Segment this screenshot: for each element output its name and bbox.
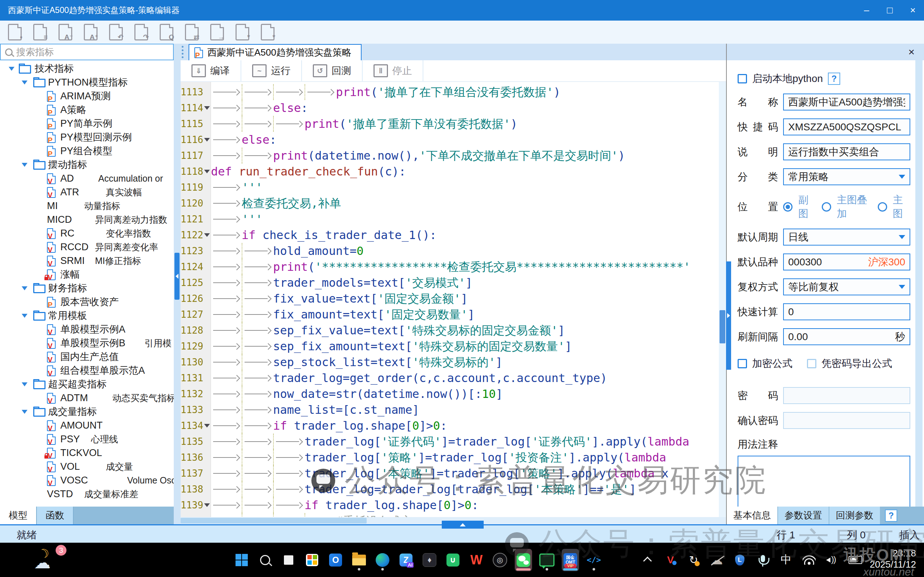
tree-item-TICKVOL[interactable]: VTICKVOL bbox=[0, 446, 174, 459]
code-line[interactable]: sep_fix_amount=text['特殊交易标的固定交易数量'] bbox=[211, 338, 719, 354]
outlook-icon[interactable]: O bbox=[327, 549, 344, 571]
expand-output-panel-button[interactable] bbox=[442, 521, 484, 529]
code-line[interactable]: fix_amount=text['固定交易数量'] bbox=[211, 306, 719, 322]
code-line[interactable]: print('撤单了重新下单没有委托数据') bbox=[211, 116, 719, 132]
find-button[interactable]: Q bbox=[158, 23, 175, 41]
code-editor[interactable]: print('撤单了在下单组合没有委托数据')else:print('撤单了重新… bbox=[211, 82, 719, 517]
code-line[interactable]: print('撤单了在下单组合没有委托数据') bbox=[211, 84, 719, 100]
refresh-interval-input[interactable]: 0.00秒 bbox=[783, 328, 910, 345]
panel-tab-参数设置[interactable]: 参数设置 bbox=[778, 506, 829, 524]
tree-item-VOSC[interactable]: VVOSCVolume Oscilla bbox=[0, 473, 174, 487]
editor-toolbar-编译-button[interactable]: ⇓编译 bbox=[181, 60, 241, 81]
tree-item-涨幅[interactable]: V涨幅 bbox=[0, 268, 174, 281]
usage-notes-textarea[interactable] bbox=[738, 456, 910, 506]
battery-icon[interactable] bbox=[848, 551, 863, 569]
category-select[interactable]: 常用策略 bbox=[783, 168, 910, 185]
tree-item-AMOUNT[interactable]: VAMOUNT bbox=[0, 419, 174, 432]
sidebar-tab-模型[interactable]: 模型 bbox=[0, 506, 37, 524]
position-radio-主图叠加[interactable] bbox=[822, 202, 831, 211]
tree-item-MI[interactable]: MI动量指标 bbox=[0, 199, 174, 213]
sidebar-splitter[interactable] bbox=[174, 44, 181, 524]
code-line[interactable]: else: bbox=[211, 100, 719, 116]
adjust-method-select[interactable]: 等比前复权 bbox=[783, 279, 910, 295]
quick-calc-input[interactable]: 0 bbox=[783, 303, 910, 320]
code-line[interactable]: 检查委托交易,补单 bbox=[211, 195, 719, 211]
edge-browser-icon[interactable] bbox=[374, 549, 391, 571]
window-titlebar[interactable]: 西蒙斯中证A500趋势增强实盘策略-策略编辑器 – □ × bbox=[0, 0, 924, 21]
undo-button[interactable]: ↶ bbox=[108, 23, 124, 41]
tree-item-VSTD[interactable]: VSTD成交量标准差 bbox=[0, 487, 174, 501]
vscroll-thumb[interactable] bbox=[719, 310, 725, 343]
collapse-sidebar-button[interactable] bbox=[174, 253, 179, 300]
tree-item-VOL[interactable]: VVOL成交量 bbox=[0, 459, 174, 473]
code-line[interactable]: fix_value=text['固定交易金额'] bbox=[211, 291, 719, 306]
tree-item-PY模型回测示例[interactable]: PPY模型回测示例 bbox=[0, 131, 174, 144]
panel-tab-回测参数[interactable]: 回测参数 bbox=[829, 506, 880, 524]
editor-tab[interactable]: P 西蒙斯中证A500趋势增强实盘策略 bbox=[189, 44, 361, 60]
chevron-down-icon[interactable] bbox=[22, 286, 27, 290]
tree-item-财务指标[interactable]: 财务指标 bbox=[0, 281, 174, 295]
fold-collapse-icon[interactable] bbox=[204, 424, 210, 427]
fold-collapse-icon[interactable] bbox=[204, 170, 210, 173]
green-shop-icon[interactable]: ∪ bbox=[444, 549, 462, 571]
close-button[interactable]: × bbox=[907, 5, 919, 16]
code-line[interactable]: trader_models=text['交易模式'] bbox=[211, 275, 719, 291]
chevron-down-icon[interactable] bbox=[22, 314, 27, 318]
font-decrease-button[interactable]: A⁻ bbox=[57, 23, 74, 41]
microsoft-store-icon[interactable] bbox=[303, 549, 321, 571]
tree-item-组合模型单股示范A[interactable]: V组合模型单股示范A bbox=[0, 364, 174, 377]
code-line[interactable]: trader_log['证券代码']=trader_log['证券代码'].ap… bbox=[211, 434, 719, 450]
fold-collapse-icon[interactable] bbox=[204, 503, 210, 507]
collapse-panel-button[interactable] bbox=[726, 261, 731, 370]
password-input[interactable] bbox=[783, 387, 910, 404]
export-button[interactable]: → bbox=[209, 23, 226, 41]
加密公式-checkbox[interactable] bbox=[738, 359, 747, 368]
hscroll-thumb[interactable] bbox=[181, 518, 367, 524]
code-line[interactable]: name_list=[c.st_name] bbox=[211, 402, 719, 418]
code-line[interactable]: ''' bbox=[211, 211, 719, 227]
chevron-down-icon[interactable] bbox=[9, 67, 15, 71]
maximize-button[interactable]: □ bbox=[884, 5, 896, 16]
panel-tabs-help-button[interactable]: ? bbox=[885, 509, 897, 522]
volume-icon[interactable] bbox=[825, 551, 840, 569]
editor-toolbar-运行-button[interactable]: ~运行 bbox=[241, 60, 302, 81]
panel-tab-基本信息[interactable]: 基本信息 bbox=[727, 506, 777, 524]
tree-item-A策略[interactable]: PA策略 bbox=[0, 103, 174, 117]
xunlei-icon[interactable]: V bbox=[663, 551, 678, 569]
tree-item-PY组合模型[interactable]: PPY组合模型 bbox=[0, 144, 174, 158]
redo-button[interactable]: ↷ bbox=[133, 23, 150, 41]
tree-item-单股模型示例A[interactable]: V单股模型示例A bbox=[0, 322, 174, 336]
tree-item-PYTHON模型指标[interactable]: PYTHON模型指标 bbox=[0, 76, 174, 89]
wifi-icon[interactable] bbox=[802, 551, 816, 569]
code-line[interactable]: #委托没有成交 bbox=[211, 513, 719, 517]
wps-office-icon[interactable]: W bbox=[468, 549, 485, 571]
save-all-button[interactable]: ≡ bbox=[32, 23, 48, 41]
code-line[interactable]: trader_log['本策略']=trader_log['策略'].apply… bbox=[211, 466, 719, 481]
code-line[interactable]: if trader_log.shape[0]>0: bbox=[211, 418, 719, 434]
tree-item-MICD[interactable]: MICD异同离差动力指数 bbox=[0, 213, 174, 226]
tree-item-成交量指标[interactable]: 成交量指标 bbox=[0, 405, 174, 419]
run-settings-button[interactable]: * bbox=[260, 23, 276, 41]
minimize-button[interactable]: – bbox=[860, 5, 873, 16]
code-line[interactable]: if check_is_trader_date_1(): bbox=[211, 227, 719, 243]
help-button[interactable]: ? bbox=[828, 73, 840, 85]
save-button[interactable]: ▪ bbox=[6, 23, 23, 41]
task-view-icon[interactable] bbox=[280, 549, 297, 571]
chevron-down-icon[interactable] bbox=[22, 81, 27, 84]
tree-item-ATR[interactable]: VATR真实波幅 bbox=[0, 185, 174, 199]
confirm-password-input[interactable] bbox=[783, 412, 910, 429]
code-line[interactable]: sep_stock_list=text['特殊交易标的'] bbox=[211, 354, 719, 370]
strategy-name-input[interactable]: 西蒙斯中证A500趋势增强实盘策略 bbox=[783, 93, 910, 111]
start-icon[interactable] bbox=[233, 549, 250, 571]
microphone-icon[interactable] bbox=[756, 551, 770, 569]
panel-close-icon[interactable]: × bbox=[908, 46, 914, 58]
chevron-down-icon[interactable] bbox=[22, 410, 27, 414]
tree-item-SRMI[interactable]: VSRMIMI修正指标 bbox=[0, 254, 174, 268]
code-line[interactable]: else: bbox=[211, 132, 719, 148]
guojin-qmt-icon[interactable]: 国金QMTVIP bbox=[562, 549, 579, 571]
hidden-icons-icon[interactable] bbox=[640, 551, 655, 569]
obs-studio-icon[interactable]: ◎ bbox=[491, 549, 509, 571]
tree-item-国内生产总值[interactable]: V国内生产总值 bbox=[0, 350, 174, 364]
code-line[interactable]: ''' bbox=[211, 179, 719, 195]
tree-item-股本营收资产[interactable]: P股本营收资产 bbox=[0, 295, 174, 309]
